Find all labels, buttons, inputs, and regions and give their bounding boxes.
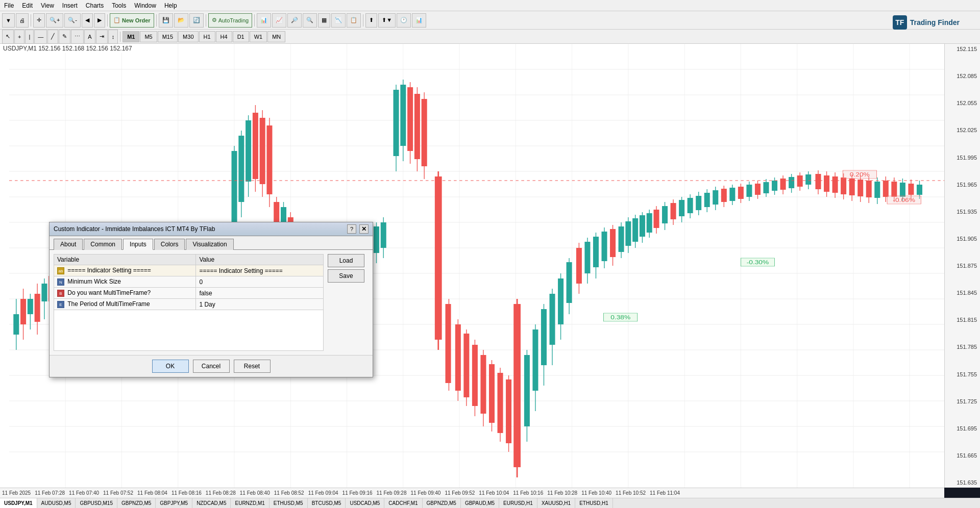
table-row[interactable]: N Minimum Wick Size 0 <box>54 276 324 288</box>
svg-rect-128 <box>374 226 379 253</box>
toolbar-btn-j[interactable]: 🕐 <box>397 13 411 28</box>
tab-about[interactable]: About <box>54 239 83 250</box>
menu-view[interactable]: View <box>37 2 58 9</box>
tab-nzdcad-m5[interactable]: NZDCAD,M5 <box>192 498 231 509</box>
tab-usdjpy-m1[interactable]: USDJPY,M1 <box>0 498 37 509</box>
tab-gbpnzd-m5-2[interactable]: GBPNZD,M5 <box>423 498 461 509</box>
tab-usdcad-m5[interactable]: USDCAD,M5 <box>346 498 384 509</box>
svg-rect-156 <box>498 373 503 433</box>
toolbar-diagonal[interactable]: ╱ <box>47 30 58 44</box>
menu-insert[interactable]: Insert <box>58 2 82 9</box>
tf-h4[interactable]: H4 <box>216 31 232 42</box>
main-toolbar: ▼ 🖨 ✛ 🔍+ 🔍- ◀ ▶ 📋 New Order 💾 📂 🔄 ⚙ Auto… <box>0 11 980 30</box>
toolbar-draw[interactable]: ✎ <box>59 30 70 44</box>
toolbar-btn-i[interactable]: ⬆▼ <box>378 13 396 28</box>
toolbar-btn-d[interactable]: 🔍 <box>303 13 317 28</box>
toolbar-btn-zoom-out[interactable]: 🔍- <box>64 13 81 28</box>
menu-window[interactable]: Window <box>130 2 160 9</box>
tf-h1[interactable]: H1 <box>199 31 215 42</box>
toolbar-arrow[interactable]: ⇥ <box>96 30 108 44</box>
toolbar-btn-c[interactable]: 🔎 <box>287 13 302 28</box>
toolbar-btn-save[interactable]: 💾 <box>159 13 173 28</box>
tf-m15[interactable]: M15 <box>158 31 178 42</box>
menu-bar[interactable]: File Edit View Insert Charts Tools Windo… <box>0 0 980 11</box>
menu-tools[interactable]: Tools <box>108 2 130 9</box>
time-2: 11 Feb 07:28 <box>33 490 67 496</box>
svg-rect-34 <box>13 314 19 335</box>
tab-gbpnzd-m5[interactable]: GBPNZD,M5 <box>117 498 156 509</box>
tf-w1[interactable]: W1 <box>250 31 267 42</box>
toolbar-btn-e[interactable]: ▦ <box>318 13 330 28</box>
tab-gbpaud-m5[interactable]: GBPAUD,M5 <box>461 498 499 509</box>
separator-1 <box>31 14 31 27</box>
toolbar-dash[interactable]: — <box>34 30 47 44</box>
toolbar-text[interactable]: A <box>84 30 95 44</box>
toolbar-btn-1[interactable]: ▼ <box>2 13 15 28</box>
toolbar-btn-2[interactable]: 🖨 <box>16 13 29 28</box>
svg-rect-254 <box>908 184 914 195</box>
tab-common[interactable]: Common <box>84 239 122 250</box>
tab-gbpusd-m15[interactable]: GBPUSD,M15 <box>76 498 117 509</box>
tab-cadchf-m1[interactable]: CADCHF,M1 <box>384 498 422 509</box>
toolbar-btn-forward[interactable]: ▶ <box>94 13 105 28</box>
tab-eurnzd-m1[interactable]: EURNZD,M1 <box>231 498 269 509</box>
toolbar-btn-g[interactable]: 📋 <box>347 13 361 28</box>
row-icon-text: ab <box>57 267 64 274</box>
save-button[interactable]: Save <box>328 269 364 283</box>
tab-btcusd-m5[interactable]: BTCUSD,M5 <box>308 498 346 509</box>
toolbar-btn-f[interactable]: 📉 <box>331 13 346 28</box>
row-icon-bool: B <box>57 290 64 297</box>
dialog-help-button[interactable]: ? <box>347 224 356 234</box>
toolbar-cursor2[interactable]: ↕ <box>108 30 118 44</box>
reset-button[interactable]: Reset <box>234 360 271 373</box>
ok-button[interactable]: OK <box>152 360 189 373</box>
svg-rect-228 <box>797 175 803 187</box>
dialog-close-button[interactable]: ✕ <box>359 224 369 234</box>
tab-colors[interactable]: Colors <box>154 239 185 250</box>
tab-xauusd-h1[interactable]: XAUUSD,H1 <box>537 498 575 509</box>
toolbar-btn-b[interactable]: 📈 <box>272 13 286 28</box>
svg-rect-158 <box>506 379 511 443</box>
menu-charts[interactable]: Charts <box>82 2 108 9</box>
svg-rect-238 <box>841 177 846 194</box>
table-row[interactable]: ab ===== Indicator Setting ===== ===== I… <box>54 265 324 276</box>
toolbar-line[interactable]: | <box>25 30 34 44</box>
table-row[interactable]: E The Period of MultiTimeFrame 1 Day <box>54 299 324 310</box>
tab-eurusd-h1[interactable]: EURUSD,H1 <box>499 498 537 509</box>
toolbar-fib[interactable]: ⋯ <box>71 30 84 44</box>
cancel-button[interactable]: Cancel <box>193 360 230 373</box>
svg-rect-198 <box>671 203 676 219</box>
menu-help[interactable]: Help <box>160 2 181 9</box>
autotrading-button[interactable]: ⚙ AutoTrading <box>208 13 253 28</box>
toolbar-btn-back[interactable]: ◀ <box>82 13 93 28</box>
tab-inputs[interactable]: Inputs <box>123 239 153 250</box>
toolbar-cursor[interactable]: ↖ <box>2 30 14 44</box>
tab-gbpjpy-m5[interactable]: GBPJPY,M5 <box>156 498 192 509</box>
right-buttons: Load Save <box>328 254 369 351</box>
load-button[interactable]: Load <box>328 254 364 267</box>
toolbar-btn-a[interactable]: 📊 <box>257 13 271 28</box>
toolbar-crosshair[interactable]: + <box>14 30 24 44</box>
tab-visualization[interactable]: Visualization <box>186 239 233 250</box>
toolbar-btn-crosshair[interactable]: ✛ <box>33 13 45 28</box>
tf-d1[interactable]: D1 <box>233 31 249 42</box>
toolbar-btn-open[interactable]: 📂 <box>174 13 188 28</box>
indicator-dialog[interactable]: Custom Indicator - Immidate Imbalances I… <box>49 222 373 377</box>
toolbar-btn-h[interactable]: ⬆ <box>365 13 377 28</box>
menu-file[interactable]: File <box>0 2 18 9</box>
toolbar-btn-k[interactable]: 📊 <box>412 13 426 28</box>
new-order-button[interactable]: 📋 New Order <box>110 13 154 28</box>
tf-m1[interactable]: M1 <box>122 31 139 42</box>
tf-m30[interactable]: M30 <box>178 31 198 42</box>
menu-edit[interactable]: Edit <box>18 2 37 9</box>
toolbar-btn-zoom-in[interactable]: 🔍+ <box>46 13 63 28</box>
time-11: 11 Feb 09:16 <box>340 490 375 496</box>
table-row[interactable]: B Do you want MultiTimeFrame? false <box>54 288 324 299</box>
tf-mn[interactable]: MN <box>267 31 285 42</box>
tab-ethusd-h1[interactable]: ETHUSD,H1 <box>575 498 613 509</box>
tab-ethusd-m5[interactable]: ETHUSD,M5 <box>270 498 308 509</box>
tf-m5[interactable]: M5 <box>140 31 157 42</box>
symbol-tabs-bar: USDJPY,M1 AUDUSD,M5 GBPUSD,M15 GBPNZD,M5… <box>0 498 980 508</box>
toolbar-btn-refresh[interactable]: 🔄 <box>189 13 204 28</box>
tab-audusd-m5[interactable]: AUDUSD,M5 <box>37 498 76 509</box>
